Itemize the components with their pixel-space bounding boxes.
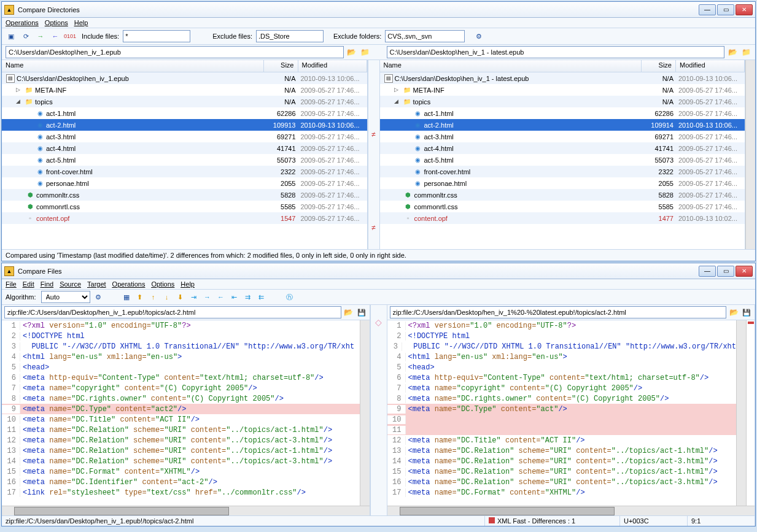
tree-row[interactable]: ⬢commonltr.css58282009-05-27 17:46... [380,189,745,201]
exclude-folders-input[interactable] [385,30,465,42]
arrow-right-icon[interactable]: → [35,31,46,42]
overview-strip[interactable] [746,320,755,506]
left-file-path[interactable] [4,306,341,318]
down-arrow-icon[interactable]: ⬇ [175,291,186,303]
code-line[interactable]: 15<meta name="DC.Relation" scheme="URI" … [387,466,737,477]
refresh-icon[interactable]: ⟳ [20,31,31,42]
menu-source[interactable]: Source [60,280,81,288]
menu-options[interactable]: Options [45,19,68,26]
tree-row[interactable]: ◉front-cover.html23222009-05-27 17:46... [380,166,745,177]
col-modified[interactable]: Modified [298,60,367,72]
code-line[interactable]: 2<!DOCTYPE html [2,331,360,341]
scrollbar-vertical[interactable] [745,60,755,249]
left-path-input[interactable] [6,46,344,58]
expander-icon[interactable]: ◢ [16,98,23,105]
merge-left-icon[interactable]: ← [215,291,227,303]
tree-row[interactable]: ◉front-cover.html23222009-05-27 17:46... [2,166,367,177]
tree-row[interactable]: ◉act-1.html622862009-05-27 17:46... [2,107,367,119]
code-line[interactable]: 15<meta name="DC.Format" content="XHTML"… [2,466,360,477]
include-input[interactable] [123,30,190,42]
menu-options[interactable]: Options [151,280,174,288]
menu-file[interactable]: File [6,280,17,288]
merge-right-icon[interactable]: → [202,291,213,303]
tree-row[interactable]: ◢📁topicsN/A2009-05-27 17:46... [2,96,367,107]
scrollbar-vertical[interactable] [360,320,370,506]
scrollbar-vertical[interactable] [736,320,746,506]
browse-icon[interactable]: 📂 [343,307,354,318]
expander-icon[interactable]: ▷ [394,87,401,93]
tree-row[interactable]: ◉act-2.html1099132010-09-13 10:06... [2,119,367,131]
diff-mark-icon[interactable]: ≠ [371,130,376,142]
browse-left-icon[interactable]: 📂 [346,47,357,58]
code-line[interactable]: 16<meta name="DC.Identifier" content="ac… [2,477,360,487]
tree-row[interactable]: ◉act-5.html550732009-05-27 17:46... [380,154,745,166]
merge-right-icon[interactable]: ⇥ [188,291,200,303]
code-line[interactable]: 1<?xml version="1.0" encoding="UTF-8"?> [2,320,360,331]
close-button[interactable]: ✕ [736,4,753,15]
left-code-body[interactable]: 1<?xml version="1.0" encoding="UTF-8"?>2… [2,320,360,506]
titlebar[interactable]: ▲ Compare Files — ▭ ✕ [2,263,755,279]
code-line[interactable]: 5<head> [387,362,737,372]
save-icon[interactable]: 💾 [741,307,752,318]
code-line[interactable]: 2<!DOCTYPE html [387,331,737,341]
tree-row[interactable]: ⬢commonrtl.css55852009-05-27 17:46... [2,201,367,212]
menu-operations[interactable]: Operations [6,19,39,26]
maximize-button[interactable]: ▭ [717,266,734,277]
tree-row[interactable]: ▷📁META-INFN/A2009-05-27 17:46... [2,84,367,96]
right-path-input[interactable] [387,46,725,58]
binary-icon[interactable]: 0101 [64,31,76,42]
code-line[interactable]: 3 PUBLIC "-//W3C//DTD XHTML 1.0 Transiti… [2,341,360,352]
minimize-button[interactable]: — [699,4,716,15]
browse-right-icon[interactable]: 📂 [727,47,738,58]
scrollbar-horizontal[interactable] [2,506,370,515]
tree-row[interactable]: ◢📁topicsN/A2009-05-27 17:46... [380,96,745,107]
algorithm-select[interactable]: Auto [41,291,90,303]
arrow-left-icon[interactable]: ← [50,31,61,42]
code-line[interactable]: 7<meta name="copyright" content="(C) Cop… [387,383,737,393]
down-arrow-icon[interactable]: ↓ [161,291,173,303]
expander-icon[interactable]: ▷ [16,87,23,93]
menu-operations[interactable]: Operations [112,280,146,288]
code-line[interactable]: 1<?xml version="1.0" encoding="UTF-8"?> [387,320,737,331]
save-icon[interactable]: 💾 [356,307,367,318]
copy-all-right-icon[interactable]: ⇉ [243,291,254,303]
code-line[interactable]: 10 [387,414,737,425]
titlebar[interactable]: ▲ Compare Directories — ▭ ✕ [2,2,755,18]
up-arrow-icon[interactable]: ↑ [148,291,159,303]
tree-row[interactable]: ◉act-5.html550732009-05-27 17:46... [2,154,367,166]
close-button[interactable]: ✕ [736,266,753,277]
code-line[interactable]: 4<html lang="en-us" xml:lang="en-us"> [2,352,360,362]
code-line[interactable]: 11<meta name="DC.Relation" scheme="URI" … [2,425,360,435]
code-line[interactable]: 10<meta name="DC.Title" content="ACT II"… [2,414,360,425]
tree-row[interactable]: ⬢commonrtl.css55852009-05-27 17:46... [380,201,745,212]
tree-row[interactable]: ▫content.opf15472009-05-27 17:46... [2,212,367,224]
diff-mark-icon[interactable]: ≠ [371,223,376,235]
col-size[interactable]: Size [642,60,676,72]
code-line[interactable]: 7<meta name="copyright" content="(C) Cop… [2,383,360,393]
code-line[interactable]: 14<meta name="DC.Relation" scheme="URI" … [387,456,737,466]
copy-all-left-icon[interactable]: ⇇ [256,291,267,303]
merge-left-icon[interactable]: ⇤ [229,291,240,303]
code-line[interactable]: 3 PUBLIC "-//W3C//DTD XHTML 1.0 Transiti… [387,341,737,352]
tree-row[interactable]: ◉act-3.html692712009-05-27 17:46... [2,131,367,142]
tree-row[interactable]: ◉act-4.html417412009-05-27 17:46... [380,142,745,154]
exclude-files-input[interactable] [256,30,324,42]
right-file-path[interactable] [390,306,727,318]
code-line[interactable]: 16<meta name="DC.Relation" scheme="URI" … [387,477,737,487]
code-line[interactable]: 13<meta name="DC.Relation" scheme="URI" … [387,445,737,456]
code-line[interactable]: 12<meta name="DC.Relation" scheme="URI" … [2,435,360,445]
col-modified[interactable]: Modified [676,60,745,72]
code-line[interactable]: 14<meta name="DC.Relation" scheme="URI" … [2,456,360,466]
menu-find[interactable]: Find [41,280,53,288]
tree-row[interactable]: ◉personae.html20552009-05-27 17:46... [380,177,745,189]
scrollbar-horizontal[interactable] [387,506,755,515]
up-arrow-icon[interactable]: ⬆ [134,291,146,303]
code-line[interactable]: 9<meta name="DC.Type" content="act"/> [387,404,737,414]
menu-help[interactable]: Help [181,280,195,288]
expander-icon[interactable]: ◢ [394,98,401,105]
diff-icon[interactable]: ▦ [121,291,132,303]
code-line[interactable]: 17<meta name="DC.Format" content="XHTML"… [387,487,737,498]
menu-target[interactable]: Target [87,280,106,288]
browse-icon[interactable]: 📂 [728,307,739,318]
tree-row[interactable]: ▤C:\Users\dan\Desktop\hen_iv_1.epubN/A20… [2,72,367,84]
